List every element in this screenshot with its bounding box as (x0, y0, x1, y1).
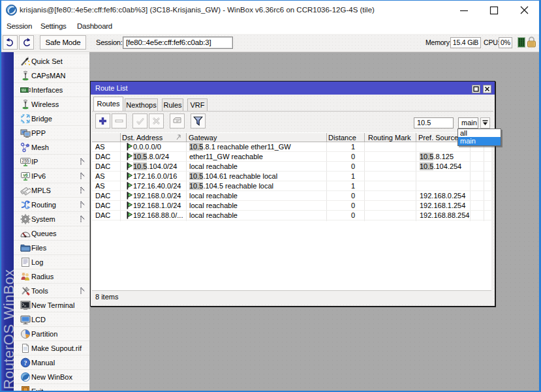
svg-text:255: 255 (22, 158, 29, 163)
svg-text:?: ? (24, 359, 27, 367)
svg-text:v6: v6 (23, 173, 28, 177)
